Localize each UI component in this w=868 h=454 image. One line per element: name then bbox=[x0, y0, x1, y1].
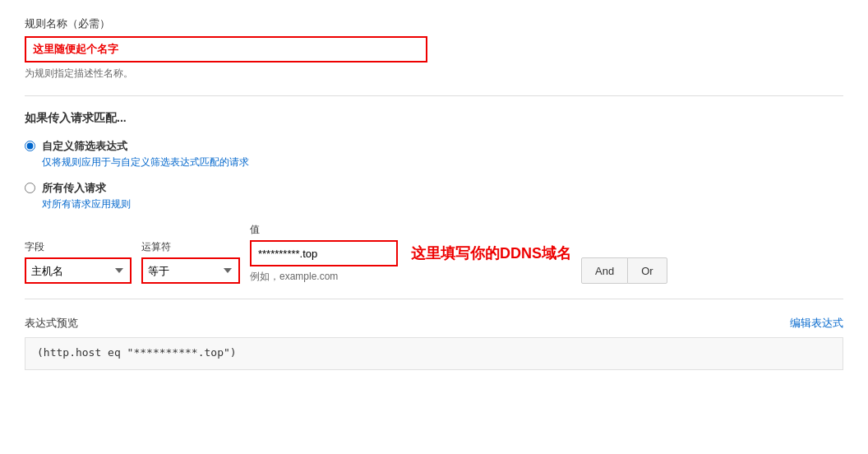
condition-radio-group: 自定义筛选表达式 仅将规则应用于与自定义筛选表达式匹配的请求 所有传入请求 对所… bbox=[25, 139, 843, 211]
preview-title: 表达式预览 bbox=[25, 316, 78, 331]
radio-custom-sub: 仅将规则应用于与自定义筛选表达式匹配的请求 bbox=[42, 155, 249, 169]
radio-custom-text: 自定义筛选表达式 bbox=[42, 139, 249, 154]
rule-name-label: 规则名称（必需） bbox=[25, 16, 843, 31]
preview-box: (http.host eq "**********.top") bbox=[25, 337, 843, 370]
field-label: 字段 bbox=[25, 240, 132, 254]
radio-custom-label[interactable]: 自定义筛选表达式 仅将规则应用于与自定义筛选表达式匹配的请求 bbox=[42, 139, 249, 169]
filter-row: 字段 主机名 IP地址 URI 运算符 等于 不等于 包含 值 这里填写你的DD… bbox=[25, 223, 843, 284]
condition-section: 如果传入请求匹配... 自定义筛选表达式 仅将规则应用于与自定义筛选表达式匹配的… bbox=[25, 111, 843, 284]
preview-section: 表达式预览 编辑表达式 (http.host eq "**********.to… bbox=[25, 316, 843, 370]
radio-all-sub: 对所有请求应用规则 bbox=[42, 197, 131, 211]
preview-header: 表达式预览 编辑表达式 bbox=[25, 316, 843, 331]
radio-all-item: 所有传入请求 对所有请求应用规则 bbox=[25, 181, 843, 211]
radio-custom-item: 自定义筛选表达式 仅将规则应用于与自定义筛选表达式匹配的请求 bbox=[25, 139, 843, 169]
rule-name-input[interactable] bbox=[25, 36, 427, 63]
annotation-text: 这里填写你的DDNS域名 bbox=[411, 243, 571, 263]
operator-select[interactable]: 等于 不等于 包含 bbox=[141, 257, 240, 284]
value-input[interactable] bbox=[250, 240, 398, 266]
value-input-wrapper: 这里填写你的DDNS域名 bbox=[250, 240, 571, 266]
radio-all-label[interactable]: 所有传入请求 对所有请求应用规则 bbox=[42, 181, 131, 211]
field-select[interactable]: 主机名 IP地址 URI bbox=[25, 257, 132, 284]
radio-all[interactable] bbox=[25, 183, 35, 193]
or-button[interactable]: Or bbox=[627, 257, 667, 284]
field-col: 字段 主机名 IP地址 URI bbox=[25, 240, 132, 284]
example-text: 例如，example.com bbox=[250, 270, 571, 284]
radio-custom[interactable] bbox=[25, 141, 35, 151]
rule-name-section: 规则名称（必需） 为规则指定描述性名称。 bbox=[25, 16, 843, 81]
value-col: 值 这里填写你的DDNS域名 例如，example.com bbox=[250, 223, 571, 284]
rule-name-hint: 为规则指定描述性名称。 bbox=[25, 67, 843, 81]
value-label: 值 bbox=[250, 223, 571, 237]
and-button[interactable]: And bbox=[581, 257, 628, 284]
condition-title: 如果传入请求匹配... bbox=[25, 111, 843, 126]
radio-all-text: 所有传入请求 bbox=[42, 181, 131, 196]
operator-label: 运算符 bbox=[141, 240, 240, 254]
preview-code: (http.host eq "**********.top") bbox=[37, 346, 237, 359]
preview-divider bbox=[25, 299, 843, 299]
edit-expression-link[interactable]: 编辑表达式 bbox=[790, 316, 843, 331]
operator-col: 运算符 等于 不等于 包含 bbox=[141, 240, 240, 284]
logic-buttons: And Or bbox=[581, 257, 667, 284]
section-divider bbox=[25, 95, 843, 96]
